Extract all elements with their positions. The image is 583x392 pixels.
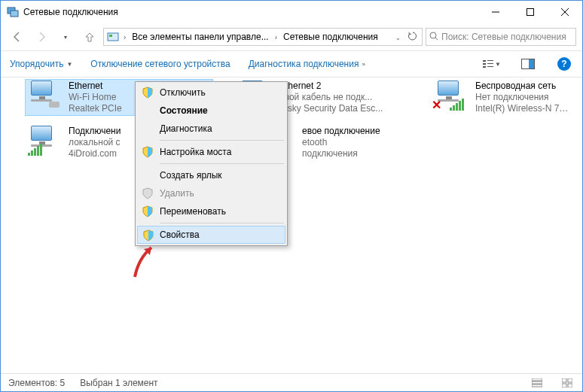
connection-name: Беспроводная сеть [475,81,573,92]
menu-diagnose[interactable]: Диагностика [137,120,285,138]
disable-device-button[interactable]: Отключение сетевого устройства [90,59,230,69]
svg-rect-21 [562,378,566,382]
uac-shield-icon [142,87,154,99]
menu-create-shortcut[interactable]: Создать ярлык [137,166,285,184]
uac-shield-icon [142,146,154,158]
svg-rect-7 [109,35,112,37]
svg-rect-23 [562,384,566,387]
minimize-button[interactable] [478,1,513,23]
connection-name: евое подключение [302,126,380,137]
breadcrumb-separator[interactable]: › [121,33,129,41]
address-dropdown[interactable]: ⌄ [390,32,405,42]
svg-point-8 [430,32,436,38]
connection-status: Wi-Fi Home [69,92,122,103]
breadcrumb-network-connections[interactable]: Сетевые подключения [280,32,381,42]
refresh-button[interactable] [405,31,420,44]
connection-local[interactable]: Подключени локальной с 4iDroid.com [25,124,136,161]
uac-shield-icon [142,229,154,242]
status-selection: Выбран 1 элемент [80,378,157,388]
status-item-count: Элементов: 5 [8,378,65,388]
recent-locations-button[interactable]: ▾ [55,26,76,47]
search-placeholder: Поиск: Сетевые подключения [441,32,572,42]
search-icon [429,32,438,43]
large-icons-view-button[interactable] [560,377,575,389]
network-adapter-icon [26,81,63,111]
signal-bars-icon [450,99,464,111]
maximize-button[interactable] [513,1,548,23]
connection-name: Ethernet 2 [279,81,383,92]
preview-pane-button[interactable] [519,55,537,73]
forward-button[interactable] [31,26,52,47]
svg-rect-20 [532,384,542,387]
organize-button[interactable]: Упорядочить ▼ [10,59,72,69]
connection-status: локальной с [69,137,121,148]
connection-name: Подключени [69,126,121,137]
diagnose-button[interactable]: Диагностика подключения » [249,59,365,69]
context-menu: Отключить Состояние Диагностика Настройк… [135,81,288,246]
menu-separator [160,163,284,164]
svg-rect-19 [532,381,542,384]
connection-status: Нет подключения [475,92,573,103]
network-adapter-icon [26,126,63,156]
connections-pane: Ethernet Wi-Fi Home Realtek PCIe ✕ Ether… [1,77,582,374]
network-adapter-icon: ✕ [433,81,469,111]
breadcrumb-control-panel[interactable]: Все элементы панели управле... [129,32,271,42]
menu-disable[interactable]: Отключить [137,84,285,102]
help-button[interactable]: ? [555,55,573,73]
disconnected-x-icon: ✕ [432,98,441,112]
svg-line-9 [435,38,438,40]
search-box[interactable]: Поиск: Сетевые подключения [426,28,576,46]
svg-rect-24 [568,384,572,387]
menu-rename[interactable]: Переименовать [137,202,285,220]
connection-device: ersky Security Data Esc... [279,103,383,114]
app-icon [7,6,19,18]
view-options-button[interactable]: ▼ [483,55,501,73]
uac-shield-icon [142,205,154,217]
breadcrumb-separator[interactable]: › [272,33,280,41]
back-button[interactable] [7,26,28,47]
control-panel-icon [107,31,119,43]
svg-rect-1 [11,11,18,17]
title-bar: Сетевые подключения [1,1,582,23]
svg-rect-12 [483,63,486,65]
connection-name: Ethernet [69,81,122,92]
svg-rect-15 [487,66,493,67]
menu-separator [160,140,284,141]
connection-status: евой кабель не подк... [279,92,383,103]
connection-device: 4iDroid.com [69,148,121,160]
svg-rect-22 [568,378,572,382]
svg-rect-11 [487,60,493,61]
connection-device: Intel(R) Wireless-N 7260 [475,103,573,114]
address-bar-row: ▾ › Все элементы панели управле... › Сет… [1,23,582,50]
svg-rect-17 [529,59,534,68]
svg-rect-13 [487,63,493,64]
svg-rect-14 [483,66,486,68]
address-bar[interactable]: › Все элементы панели управле... › Сетев… [103,28,423,46]
connection-device: Realtek PCIe [69,103,122,114]
command-bar: Упорядочить ▼ Отключение сетевого устрой… [1,50,582,77]
menu-status[interactable]: Состояние [137,102,285,120]
connection-device: подключения [302,148,380,160]
svg-rect-10 [483,60,486,62]
menu-separator [160,223,284,223]
menu-properties[interactable]: Свойства [137,226,285,244]
window-title: Сетевые подключения [23,7,478,17]
menu-bridge[interactable]: Настройка моста [137,143,285,161]
uac-shield-icon [142,187,154,199]
svg-rect-3 [527,9,534,16]
close-button[interactable] [548,1,582,23]
up-button[interactable] [79,26,100,47]
signal-bars-icon [28,144,42,156]
connection-status: etooth [302,137,380,148]
details-view-button[interactable] [530,377,545,389]
status-bar: Элементов: 5 Выбран 1 элемент [1,373,582,391]
menu-delete: Удалить [137,184,285,202]
svg-rect-18 [532,378,542,381]
connection-wireless[interactable]: ✕ Беспроводная сеть Нет подключения Inte… [432,79,575,116]
